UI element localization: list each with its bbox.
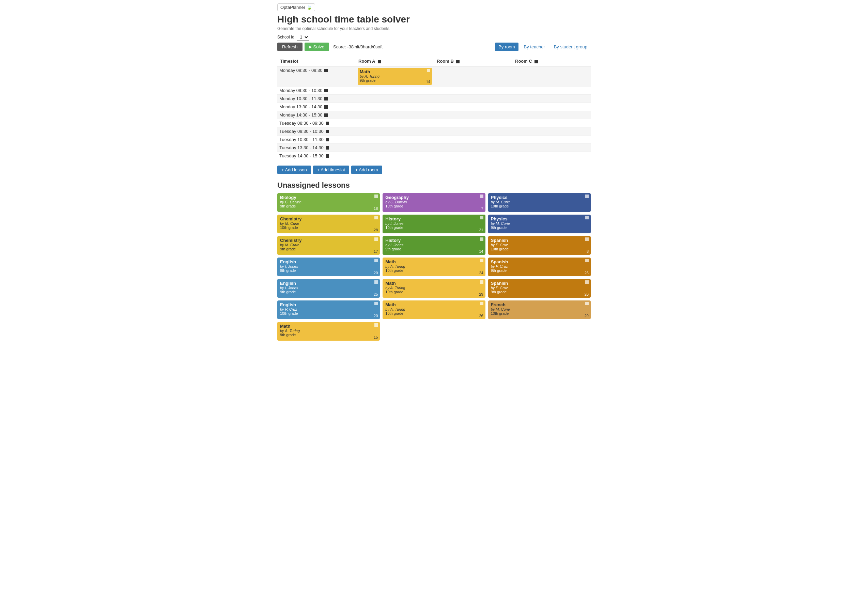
timeslot-edit-icon[interactable] [324, 114, 328, 117]
timeslot-edit-icon[interactable] [324, 105, 328, 109]
list-item[interactable]: Math by A. Turing 10th grade 26 [382, 301, 485, 319]
list-item[interactable]: Geography by C. Darwin 10th grade 7 [382, 193, 485, 212]
add-timeslot-button[interactable]: + Add timeslot [313, 165, 349, 174]
room-c-icon[interactable] [534, 60, 538, 63]
room-c-cell[interactable] [512, 119, 591, 127]
room-a-icon[interactable] [378, 60, 381, 63]
lesson-subject: History [385, 238, 483, 243]
room-a-cell[interactable] [356, 111, 434, 119]
room-c-cell[interactable] [512, 111, 591, 119]
by-room-button[interactable]: By room [495, 43, 518, 51]
timeslot-edit-icon[interactable] [326, 122, 329, 125]
room-b-cell[interactable] [434, 144, 512, 152]
card-edit-icon[interactable] [374, 323, 378, 327]
room-b-cell[interactable] [434, 111, 512, 119]
room-c-cell[interactable] [512, 66, 591, 87]
room-c-cell[interactable] [512, 103, 591, 111]
list-item[interactable]: Biology by C. Darwin 9th grade 18 [277, 193, 380, 212]
room-a-cell[interactable] [356, 103, 434, 111]
timeslot-edit-icon[interactable] [324, 97, 328, 100]
room-b-cell[interactable] [434, 66, 512, 87]
room-c-cell[interactable] [512, 144, 591, 152]
list-item[interactable]: Math by A. Turing 10th grade 29 [382, 279, 485, 298]
timeslot-edit-icon[interactable] [326, 146, 329, 149]
card-edit-icon[interactable] [585, 195, 589, 198]
list-item[interactable]: Physics by M. Curie 10th grade [488, 193, 591, 212]
by-teacher-button[interactable]: By teacher [521, 43, 548, 51]
list-item[interactable]: Chemistry by M. Curie 10th grade 28 [277, 215, 380, 233]
room-b-cell[interactable] [434, 95, 512, 103]
table-row: Monday 13:30 - 14:30 [277, 103, 591, 111]
list-item[interactable]: Spanish by P. Cruz 9th grade 26 [488, 258, 591, 276]
room-a-cell[interactable] [356, 136, 434, 144]
card-edit-icon[interactable] [374, 280, 378, 284]
list-item[interactable]: History by I. Jones 9th grade 14 [382, 236, 485, 255]
room-a-cell[interactable] [356, 152, 434, 160]
list-item[interactable]: English by P. Cruz 10th grade 20 [277, 301, 380, 319]
room-b-cell[interactable] [434, 152, 512, 160]
room-b-icon[interactable] [456, 60, 459, 63]
card-edit-icon[interactable] [480, 237, 483, 241]
room-c-cell[interactable] [512, 127, 591, 136]
card-edit-icon[interactable] [480, 216, 483, 219]
list-item[interactable]: French by M. Curie 10th grade 29 [488, 301, 591, 319]
card-edit-icon[interactable] [427, 69, 430, 72]
room-a-cell[interactable] [356, 87, 434, 95]
room-b-cell[interactable] [434, 127, 512, 136]
card-edit-icon[interactable] [374, 259, 378, 262]
unassigned-title: Unassigned lessons [277, 181, 591, 190]
list-item[interactable]: Spanish by P. Cruz 10th grade 8 [488, 236, 591, 255]
list-item[interactable]: English by I. Jones 9th grade 25 [277, 279, 380, 298]
room-b-cell[interactable] [434, 87, 512, 95]
timeslot-label: Tuesday 08:30 - 09:30 [279, 121, 323, 126]
room-a-cell[interactable] [356, 127, 434, 136]
room-c-cell[interactable] [512, 95, 591, 103]
lesson-subject: Physics [491, 195, 588, 200]
room-a-cell[interactable]: Math by A. Turing 9th grade 14 [356, 66, 434, 87]
room-a-cell[interactable] [356, 95, 434, 103]
card-edit-icon[interactable] [374, 237, 378, 241]
by-student-group-button[interactable]: By student group [551, 43, 591, 51]
room-b-cell[interactable] [434, 103, 512, 111]
card-edit-icon[interactable] [374, 216, 378, 219]
solve-button[interactable]: Solve [304, 43, 329, 51]
timeslot-edit-icon[interactable] [324, 69, 328, 72]
add-room-button[interactable]: + Add room [351, 165, 382, 174]
logo-text: OptaPlanner [280, 5, 305, 10]
card-edit-icon[interactable] [585, 302, 589, 305]
list-item[interactable]: Chemistry by M. Curie 9th grade 17 [277, 236, 380, 255]
card-edit-icon[interactable] [585, 259, 589, 262]
room-c-cell[interactable] [512, 136, 591, 144]
card-edit-icon[interactable] [480, 259, 483, 262]
card-edit-icon[interactable] [585, 280, 589, 284]
refresh-button[interactable]: Refresh [277, 43, 303, 51]
lesson-teacher: by A. Turing [360, 74, 430, 78]
room-c-cell[interactable] [512, 152, 591, 160]
timeslot-edit-icon[interactable] [326, 154, 329, 158]
room-b-cell[interactable] [434, 136, 512, 144]
card-edit-icon[interactable] [374, 195, 378, 198]
lesson-card[interactable]: Math by A. Turing 9th grade 14 [358, 68, 432, 85]
list-item[interactable]: English by I. Jones 9th grade 20 [277, 258, 380, 276]
school-id-select[interactable]: 1 2 [297, 34, 309, 41]
list-item[interactable]: Physics by M. Curie 9th grade [488, 215, 591, 233]
add-lesson-button[interactable]: + Add lesson [277, 165, 311, 174]
card-edit-icon[interactable] [480, 302, 483, 305]
room-a-cell[interactable] [356, 119, 434, 127]
card-edit-icon[interactable] [480, 195, 483, 198]
timeslot-edit-icon[interactable] [326, 138, 329, 142]
timeslot-edit-icon[interactable] [326, 130, 329, 133]
room-c-cell[interactable] [512, 87, 591, 95]
card-edit-icon[interactable] [585, 216, 589, 219]
list-item[interactable]: History by I. Jones 10th grade 31 [382, 215, 485, 233]
lesson-teacher: by M. Curie [491, 221, 588, 226]
list-item[interactable]: Math by A. Turing 9th grade 15 [277, 322, 380, 341]
room-a-cell[interactable] [356, 144, 434, 152]
card-edit-icon[interactable] [480, 280, 483, 284]
room-b-cell[interactable] [434, 119, 512, 127]
list-item[interactable]: Math by A. Turing 10th grade 24 [382, 258, 485, 276]
list-item[interactable]: Spanish by P. Cruz 9th grade 20 [488, 279, 591, 298]
card-edit-icon[interactable] [374, 302, 378, 305]
timeslot-edit-icon[interactable] [324, 89, 328, 92]
card-edit-icon[interactable] [585, 237, 589, 241]
